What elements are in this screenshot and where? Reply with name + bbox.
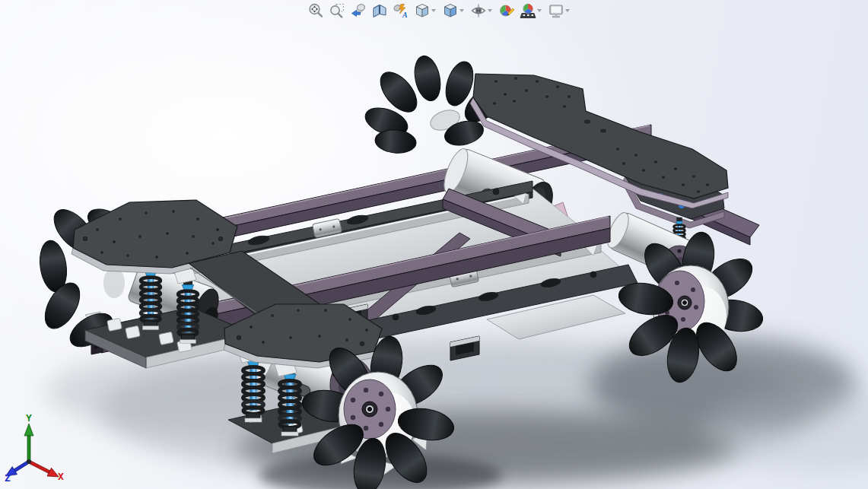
hide-show-items-icon <box>470 2 487 19</box>
hide-show-items-group <box>469 2 494 21</box>
cad-3d-viewport[interactable]: A <box>0 0 868 489</box>
display-style-icon <box>442 2 459 19</box>
display-style-button[interactable] <box>440 2 459 21</box>
svg-text:A: A <box>402 11 408 19</box>
view-orientation-group <box>412 2 438 21</box>
display-style-group <box>440 2 466 21</box>
previous-view-button[interactable] <box>348 2 367 21</box>
edit-appearance-icon <box>498 2 515 19</box>
display-style-dropdown-caret[interactable] <box>459 9 464 12</box>
view-settings-dropdown-caret[interactable] <box>565 9 570 12</box>
view-settings-icon <box>548 2 564 19</box>
dynamic-annotation-views-button[interactable]: A <box>391 2 410 21</box>
dynamic-annotation-views-icon: A <box>393 2 409 19</box>
view-orientation-icon <box>414 2 431 19</box>
zoom-to-fit-icon <box>307 2 324 19</box>
hide-show-items-dropdown-caret[interactable] <box>488 9 492 12</box>
triad-y-label: Y <box>26 412 32 424</box>
model-mecanum-chassis[interactable]: Y X Z <box>0 0 868 489</box>
view-settings-group <box>546 2 572 21</box>
triad-z-label: Z <box>5 472 11 484</box>
edit-appearance-button[interactable] <box>497 2 516 21</box>
reference-triad: Y X Z <box>3 412 64 484</box>
triad-x-axis <box>27 458 61 481</box>
triad-x-label: X <box>58 471 64 482</box>
view-orientation-button[interactable] <box>412 2 431 21</box>
previous-view-icon <box>350 2 367 19</box>
apply-scene-icon <box>520 2 536 19</box>
heads-up-view-toolbar: A <box>306 1 572 21</box>
hide-show-items-button[interactable] <box>469 2 488 21</box>
apply-scene-button[interactable] <box>518 2 537 21</box>
view-orientation-dropdown-caret[interactable] <box>431 9 436 12</box>
zoom-to-area-icon <box>329 2 345 19</box>
zoom-to-fit-button[interactable] <box>306 2 325 21</box>
section-view-icon <box>371 2 388 19</box>
view-settings-button[interactable] <box>546 2 565 21</box>
zoom-to-area-button[interactable] <box>327 2 346 21</box>
triad-y-axis <box>24 424 33 462</box>
apply-scene-dropdown-caret[interactable] <box>537 9 542 12</box>
apply-scene-group <box>518 2 544 21</box>
section-view-button[interactable] <box>370 2 389 21</box>
